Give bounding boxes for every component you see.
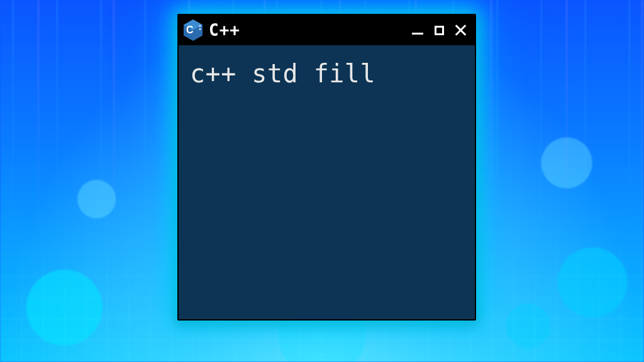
maximize-button[interactable] (431, 22, 447, 38)
titlebar[interactable]: C ++ C++ (179, 15, 475, 45)
terminal-content: c++ std fill (190, 59, 375, 88)
window-title: C++ (209, 21, 240, 40)
terminal-window: C ++ C++ c++ std fill (177, 14, 476, 321)
close-button[interactable] (452, 22, 469, 38)
terminal-body[interactable]: c++ std fill (179, 45, 475, 319)
minimize-button[interactable] (409, 22, 426, 38)
cpp-hex-icon: C ++ (184, 19, 203, 41)
window-controls (409, 22, 469, 38)
